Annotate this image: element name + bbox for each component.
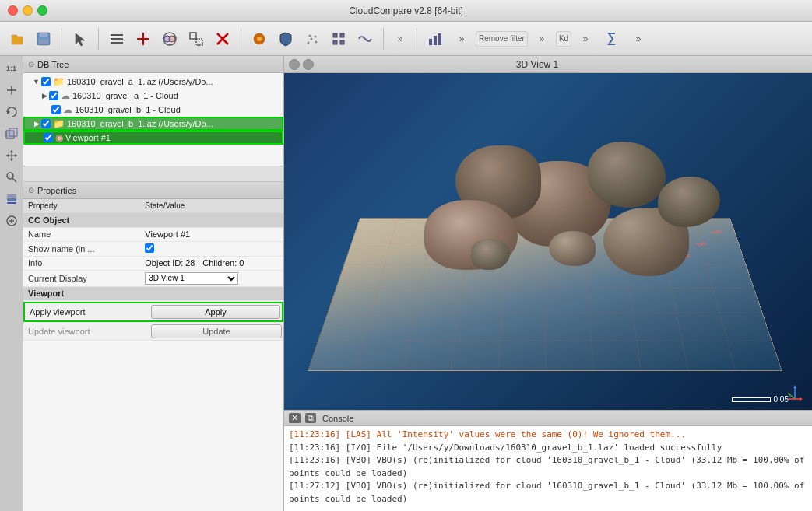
db-tree-collapse-icon[interactable]: ⊙ bbox=[28, 60, 34, 68]
prop-val-current-display: 3D View 1 bbox=[140, 270, 283, 286]
chart-tool[interactable] bbox=[423, 26, 448, 51]
update-viewport-row: Update viewport Update bbox=[23, 323, 283, 341]
add-tool[interactable] bbox=[131, 26, 156, 51]
sigma-tool[interactable] bbox=[599, 26, 624, 51]
sidebar-add[interactable] bbox=[2, 81, 21, 100]
console-area: ✕ ⧉ Console [11:23:16] [LAS] All 'Intens… bbox=[284, 410, 812, 511]
svg-marker-3 bbox=[76, 33, 85, 46]
more-after-kd[interactable]: » bbox=[573, 26, 598, 51]
current-display-select[interactable]: 3D View 1 bbox=[145, 272, 238, 285]
svg-rect-42 bbox=[7, 198, 16, 201]
prop-row-name: Name Viewport #1 bbox=[23, 227, 283, 241]
save-tool[interactable] bbox=[31, 26, 56, 51]
svg-point-19 bbox=[309, 34, 311, 37]
console-clear-btn[interactable]: ✕ bbox=[289, 413, 301, 423]
tree-item-gravel-a-cloud[interactable]: ▶ ☁ 160310_gravel_a_1 - Cloud bbox=[23, 89, 283, 103]
tree-check-gravel-a[interactable] bbox=[41, 77, 51, 86]
sidebar-rotate[interactable] bbox=[2, 103, 21, 121]
merge-tool[interactable] bbox=[157, 26, 182, 51]
list-tool[interactable] bbox=[104, 26, 129, 51]
tree-item-viewport1[interactable]: ◉ Viewport #1 bbox=[23, 131, 283, 145]
viewport-icon-1: ◉ bbox=[55, 132, 63, 143]
prop-val-show-name bbox=[140, 241, 283, 256]
sidebar-layers[interactable] bbox=[2, 190, 21, 208]
rock-8 bbox=[471, 239, 510, 270]
show-name-checkbox[interactable] bbox=[145, 243, 154, 253]
svg-rect-23 bbox=[333, 40, 337, 44]
minimize-button[interactable] bbox=[23, 5, 33, 16]
more-after-filter[interactable]: » bbox=[529, 26, 554, 51]
file-tools bbox=[3, 26, 58, 51]
db-tree-title: DB Tree bbox=[37, 60, 69, 69]
scatter-tool[interactable] bbox=[300, 26, 325, 51]
sidebar-ratio[interactable]: 1:1 bbox=[2, 59, 21, 78]
more-tools[interactable]: » bbox=[388, 26, 413, 51]
sidebar-plus-circle[interactable] bbox=[2, 212, 21, 230]
svg-rect-27 bbox=[438, 33, 441, 45]
tree-check-gravel-b[interactable] bbox=[51, 105, 61, 114]
sidebar-move[interactable] bbox=[2, 146, 21, 165]
update-viewport-button[interactable]: Update bbox=[151, 324, 282, 338]
sidebar-box[interactable] bbox=[2, 124, 21, 143]
svg-rect-24 bbox=[340, 40, 344, 44]
flow-tool[interactable] bbox=[353, 26, 378, 51]
svg-rect-25 bbox=[429, 39, 432, 45]
prop-row-show-name: Show name (in ... bbox=[23, 241, 283, 256]
point-tool[interactable] bbox=[247, 26, 272, 51]
properties-header: ⊙ Properties bbox=[23, 182, 283, 199]
console-line-2: [11:23:16] [VBO] VBO(s) (re)initialized … bbox=[289, 454, 807, 480]
scale-bar: 0.05 bbox=[732, 395, 789, 404]
properties-collapse-icon[interactable]: ⊙ bbox=[28, 186, 34, 194]
tree-check-viewport1[interactable] bbox=[44, 133, 53, 142]
svg-rect-1 bbox=[40, 33, 47, 37]
prop-section-viewport: Viewport bbox=[23, 286, 283, 300]
cursor-tool[interactable] bbox=[68, 26, 93, 51]
cloud-icon-gravel-b: ☁ bbox=[63, 104, 72, 115]
svg-rect-5 bbox=[111, 38, 123, 40]
3d-viewport[interactable]: 200 150 100 bbox=[284, 73, 812, 410]
more-sigma[interactable]: » bbox=[626, 26, 651, 51]
view-area: 3D View 1 200 150 100 bbox=[284, 56, 812, 511]
close-button[interactable] bbox=[8, 5, 18, 16]
folder-icon-gravel-a: 📁 bbox=[53, 76, 65, 87]
open-tool[interactable] bbox=[5, 26, 30, 51]
db-tree-header: ⊙ DB Tree bbox=[23, 56, 283, 73]
view-tools bbox=[103, 26, 237, 51]
prop-col-property: Property bbox=[23, 199, 140, 213]
svg-point-17 bbox=[311, 37, 313, 40]
console-title: Console bbox=[322, 414, 353, 423]
properties-header-left: ⊙ Properties bbox=[28, 186, 76, 195]
tree-check-gravel-b-group[interactable] bbox=[41, 119, 51, 128]
rock-3 bbox=[588, 142, 666, 208]
svg-marker-36 bbox=[10, 159, 13, 161]
maximize-button[interactable] bbox=[37, 5, 47, 16]
tree-item-gravel-b-group[interactable]: ▶ 📁 160310_gravel_b_1.laz (/Users/y/Do..… bbox=[23, 117, 283, 131]
more-filter[interactable]: » bbox=[449, 26, 474, 51]
prop-row-current-display: Current Display 3D View 1 bbox=[23, 270, 283, 286]
apply-viewport-button[interactable]: Apply bbox=[151, 305, 280, 319]
grid-tool[interactable] bbox=[326, 26, 351, 51]
delete-tool[interactable] bbox=[210, 26, 235, 51]
transform-tool[interactable] bbox=[184, 26, 209, 51]
console-copy-btn[interactable]: ⧉ bbox=[305, 413, 316, 423]
sidebar-search[interactable] bbox=[2, 168, 21, 187]
svg-marker-50 bbox=[800, 397, 803, 401]
properties-title: Properties bbox=[37, 186, 76, 195]
kd-btn[interactable]: Kd bbox=[556, 31, 571, 47]
view-header-left bbox=[289, 59, 314, 70]
rocks-group bbox=[409, 130, 705, 301]
svg-rect-10 bbox=[190, 33, 196, 39]
view-dot-2[interactable] bbox=[303, 59, 314, 70]
apply-viewport-label: Apply viewport bbox=[25, 305, 149, 319]
main-toolbar: » » Remove filter » Kd » » bbox=[0, 22, 812, 56]
svg-rect-21 bbox=[333, 33, 337, 37]
remove-filter-btn[interactable]: Remove filter bbox=[476, 31, 528, 47]
tree-check-gravel-a-cloud[interactable] bbox=[49, 91, 58, 100]
prop-key-info: Info bbox=[23, 256, 140, 270]
view-dot-1[interactable] bbox=[289, 59, 300, 70]
svg-rect-4 bbox=[111, 34, 123, 36]
svg-rect-2 bbox=[39, 39, 48, 44]
tree-item-gravel-a[interactable]: ▼ 📁 160310_gravel_a_1.laz (/Users/y/Do..… bbox=[23, 75, 283, 89]
tree-item-gravel-b-cloud[interactable]: ☁ 160310_gravel_b_1 - Cloud bbox=[23, 103, 283, 117]
shield-tool[interactable] bbox=[273, 26, 298, 51]
